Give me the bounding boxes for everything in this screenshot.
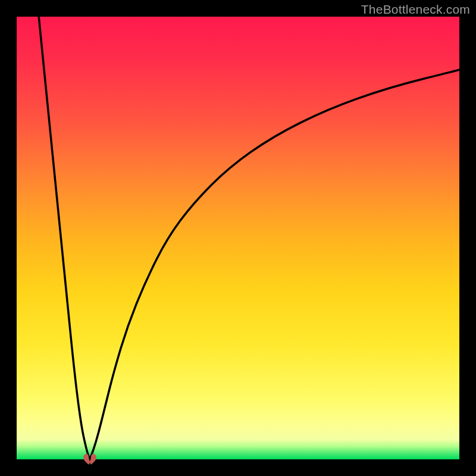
site-watermark: TheBottleneck.com <box>361 2 470 17</box>
curve-path <box>39 17 459 459</box>
chart-frame: TheBottleneck.com <box>0 0 476 476</box>
heart-marker-icon <box>82 452 98 466</box>
heart-left-lobe <box>83 454 90 465</box>
heart-right-lobe <box>90 454 96 465</box>
plot-area <box>17 17 459 459</box>
bottleneck-curve <box>17 17 459 459</box>
